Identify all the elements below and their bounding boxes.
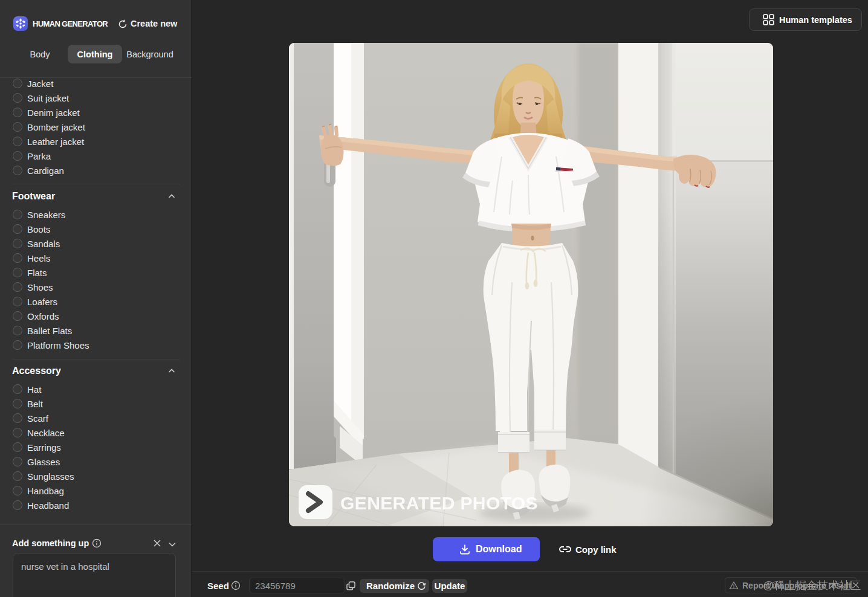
svg-text:GENERATED PHOTOS: GENERATED PHOTOS (340, 493, 538, 513)
